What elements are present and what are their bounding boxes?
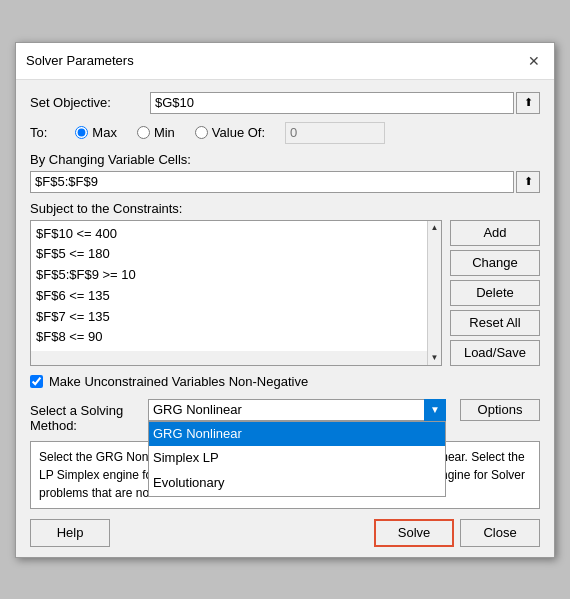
scroll-down-arrow[interactable]: ▼ — [428, 351, 442, 365]
reset-all-button[interactable]: Reset All — [450, 310, 540, 336]
changing-cells-label: By Changing Variable Cells: — [30, 152, 540, 167]
max-radio[interactable] — [75, 126, 88, 139]
constraints-box-wrapper: $F$10 <= 400 $F$5 <= 180 $F$5:$F$9 >= 10… — [30, 220, 442, 366]
load-save-button[interactable]: Load/Save — [450, 340, 540, 366]
solving-method-display[interactable]: GRG Nonlinear — [148, 399, 446, 421]
constraint-item-3: $F$5:$F$9 >= 10 — [36, 265, 422, 286]
constraint-item-2: $F$5 <= 180 — [36, 244, 422, 265]
footer-left: Help — [30, 519, 110, 547]
close-button[interactable]: Close — [460, 519, 540, 547]
min-radio-label[interactable]: Min — [137, 125, 175, 140]
non-negative-label: Make Unconstrained Variables Non-Negativ… — [49, 374, 308, 389]
constraint-item-1: $F$10 <= 400 — [36, 224, 422, 245]
non-negative-checkbox[interactable] — [30, 375, 43, 388]
dropdown-item-evolutionary[interactable]: Evolutionary — [149, 471, 445, 496]
delete-button[interactable]: Delete — [450, 280, 540, 306]
dropdown-item-grg[interactable]: GRG Nonlinear — [149, 422, 445, 447]
solve-button[interactable]: Solve — [374, 519, 454, 547]
constraints-list: $F$10 <= 400 $F$5 <= 180 $F$5:$F$9 >= 10… — [31, 221, 427, 351]
solver-parameters-dialog: Solver Parameters ✕ Set Objective: ⬆ To:… — [15, 42, 555, 558]
close-icon[interactable]: ✕ — [524, 51, 544, 71]
max-radio-label[interactable]: Max — [75, 125, 117, 140]
to-label: To: — [30, 125, 47, 140]
change-button[interactable]: Change — [450, 250, 540, 276]
min-radio[interactable] — [137, 126, 150, 139]
max-label: Max — [92, 125, 117, 140]
side-buttons-group: Add Change Delete Reset All Load/Save — [450, 220, 540, 366]
changing-cells-upload-button[interactable]: ⬆ — [516, 171, 540, 193]
footer-row: Help Solve Close — [30, 519, 540, 547]
help-button[interactable]: Help — [30, 519, 110, 547]
objective-label: Set Objective: — [30, 95, 150, 110]
constraint-item-7: $F$9 <= 20 — [36, 348, 422, 350]
constraints-row: $F$10 <= 400 $F$5 <= 180 $F$5:$F$9 >= 10… — [30, 220, 540, 366]
changing-cells-input[interactable] — [30, 171, 514, 193]
objective-input-group: ⬆ — [150, 92, 540, 114]
solving-method-current: GRG Nonlinear — [153, 402, 242, 417]
dialog-body: Set Objective: ⬆ To: Max Min Value Of: — [16, 80, 554, 557]
value-of-label: Value Of: — [212, 125, 265, 140]
dialog-title: Solver Parameters — [26, 53, 134, 68]
constraint-item-5: $F$7 <= 135 — [36, 307, 422, 328]
solving-method-select-wrapper: GRG Nonlinear ▼ GRG Nonlinear Simplex LP… — [148, 399, 446, 421]
checkbox-row: Make Unconstrained Variables Non-Negativ… — [30, 374, 540, 389]
constraint-item-6: $F$8 <= 90 — [36, 327, 422, 348]
constraints-scrollbar[interactable]: ▲ ▼ — [427, 221, 441, 365]
to-row: To: Max Min Value Of: — [30, 122, 540, 144]
add-button[interactable]: Add — [450, 220, 540, 246]
value-of-radio-label[interactable]: Value Of: — [195, 125, 265, 140]
value-of-input[interactable] — [285, 122, 385, 144]
solving-section: Select a Solving Method: GRG Nonlinear ▼… — [30, 399, 540, 437]
objective-row: Set Objective: ⬆ — [30, 92, 540, 114]
title-bar: Solver Parameters ✕ — [16, 43, 554, 80]
scroll-up-arrow[interactable]: ▲ — [428, 221, 442, 235]
solving-method-dropdown: GRG Nonlinear Simplex LP Evolutionary — [148, 421, 446, 497]
constraint-item-4: $F$6 <= 135 — [36, 286, 422, 307]
solving-control-col: GRG Nonlinear ▼ GRG Nonlinear Simplex LP… — [148, 399, 446, 437]
solving-method-dropdown-arrow[interactable]: ▼ — [424, 399, 446, 421]
objective-input[interactable] — [150, 92, 514, 114]
changing-cells-input-group: ⬆ — [30, 171, 540, 193]
objective-upload-button[interactable]: ⬆ — [516, 92, 540, 114]
dropdown-item-simplex[interactable]: Simplex LP — [149, 446, 445, 471]
options-button[interactable]: Options — [460, 399, 540, 421]
solving-method-label: Select a Solving Method: — [30, 403, 123, 433]
footer-right: Solve Close — [374, 519, 540, 547]
constraints-label: Subject to the Constraints: — [30, 201, 540, 216]
value-of-radio[interactable] — [195, 126, 208, 139]
min-label: Min — [154, 125, 175, 140]
changing-cells-row: ⬆ — [30, 171, 540, 193]
solving-method-label-col: Select a Solving Method: — [30, 399, 140, 433]
